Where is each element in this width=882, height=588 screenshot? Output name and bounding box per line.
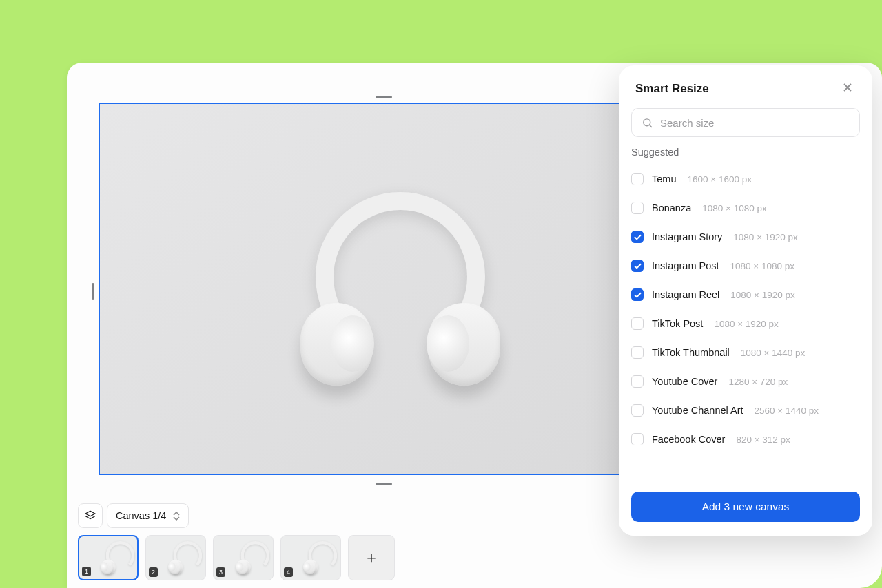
checkbox[interactable] — [631, 260, 644, 272]
resize-handle-bottom[interactable] — [376, 483, 392, 485]
size-dimensions: 1080 × 1080 px — [702, 203, 766, 213]
size-dimensions: 1080 × 1440 px — [741, 348, 805, 358]
canvas-thumbnails: 1 2 3 4 ＋ — [78, 535, 395, 580]
size-name: Bonanza — [652, 202, 691, 213]
size-name: Instagram Story — [652, 231, 722, 242]
size-name: TikTok Thumbnail — [652, 347, 730, 358]
check-icon — [634, 234, 642, 240]
size-name: Temu — [652, 174, 676, 185]
size-option[interactable]: Instagram Post1080 × 1080 px — [631, 251, 868, 280]
size-dimensions: 1080 × 1920 px — [733, 232, 797, 242]
search-placeholder: Search size — [660, 117, 714, 129]
size-option[interactable]: Youtube Channel Art2560 × 1440 px — [631, 396, 868, 425]
canvas-label: Canvas 1/4 — [116, 510, 166, 521]
close-button[interactable] — [839, 79, 856, 98]
smart-resize-panel: Smart Resize Search size Suggested Temu1… — [619, 65, 872, 536]
layers-button[interactable] — [78, 503, 103, 528]
search-input[interactable]: Search size — [631, 108, 860, 137]
size-option[interactable]: Facebook Cover820 × 312 px — [631, 425, 868, 454]
size-dimensions: 2560 × 1440 px — [755, 406, 819, 416]
panel-title: Smart Resize — [635, 82, 709, 96]
canvas-thumb[interactable]: 4 — [280, 535, 341, 580]
thumb-index: 1 — [82, 567, 91, 576]
canvas-dropdown[interactable]: Canvas 1/4 — [107, 503, 189, 528]
layers-icon — [84, 510, 96, 522]
size-dimensions: 1080 × 1920 px — [730, 290, 794, 300]
checkbox[interactable] — [631, 288, 644, 301]
size-option[interactable]: Instagram Story1080 × 1920 px — [631, 222, 868, 251]
close-icon — [842, 82, 853, 93]
chevron-updown-icon — [173, 512, 180, 521]
thumb-index: 2 — [149, 567, 158, 577]
size-name: Facebook Cover — [652, 434, 725, 445]
size-option[interactable]: TikTok Post1080 × 1920 px — [631, 309, 868, 338]
checkbox[interactable] — [631, 433, 644, 445]
size-option[interactable]: Youtube Cover1280 × 720 px — [631, 367, 868, 396]
size-dimensions: 1080 × 1080 px — [730, 261, 794, 271]
size-dimensions: 1600 × 1600 px — [687, 174, 751, 185]
resize-handle-top[interactable] — [376, 96, 392, 98]
size-dimensions: 1080 × 1920 px — [714, 319, 778, 329]
checkbox[interactable] — [631, 202, 644, 214]
size-name: Instagram Post — [652, 260, 719, 271]
checkbox[interactable] — [631, 404, 644, 417]
thumb-index: 4 — [284, 567, 293, 577]
size-name: Youtube Cover — [652, 376, 717, 387]
canvas-thumb[interactable]: 3 — [213, 535, 274, 580]
canvas[interactable]: insMind — [99, 103, 702, 475]
canvas-thumb[interactable]: 2 — [145, 535, 206, 580]
size-name: TikTok Post — [652, 318, 703, 329]
resize-handle-left[interactable] — [92, 283, 94, 300]
section-label: Suggested — [619, 147, 872, 160]
size-option[interactable]: Temu1600 × 1600 px — [631, 165, 868, 193]
add-canvas-button[interactable]: ＋ — [348, 535, 395, 580]
size-name: Youtube Channel Art — [652, 405, 743, 416]
checkbox[interactable] — [631, 375, 644, 388]
svg-point-0 — [644, 118, 650, 125]
size-dimensions: 820 × 312 px — [736, 434, 790, 445]
size-name: Instagram Reel — [652, 289, 719, 300]
thumb-index: 3 — [216, 567, 225, 577]
checkbox[interactable] — [631, 346, 644, 359]
search-icon — [642, 117, 653, 129]
add-canvas-cta[interactable]: Add 3 new canvas — [631, 492, 860, 522]
size-option[interactable]: TikTok Thumbnail1080 × 1440 px — [631, 338, 868, 367]
headphones-image — [300, 189, 500, 389]
check-icon — [634, 263, 642, 269]
size-option[interactable]: Instagram Reel1080 × 1920 px — [631, 280, 868, 309]
plus-icon: ＋ — [364, 547, 379, 568]
checkbox[interactable] — [631, 173, 644, 185]
size-dimensions: 1280 × 720 px — [728, 377, 788, 387]
canvas-thumb[interactable]: 1 — [78, 535, 139, 580]
check-icon — [634, 292, 642, 298]
size-option[interactable]: Bonanza1080 × 1080 px — [631, 193, 868, 222]
size-list: Temu1600 × 1600 pxBonanza1080 × 1080 pxI… — [619, 160, 872, 482]
checkbox[interactable] — [631, 231, 644, 243]
checkbox[interactable] — [631, 317, 644, 330]
